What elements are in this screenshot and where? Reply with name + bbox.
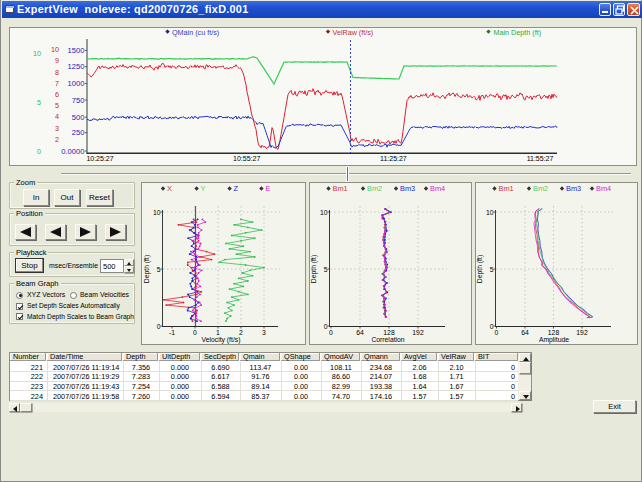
svg-text:VelRaw (ft/s): VelRaw (ft/s) [333,28,374,37]
svg-text:Correlation: Correlation [371,336,404,343]
svg-text:5: 5 [324,266,328,273]
svg-text:1500: 1500 [68,46,85,55]
svg-text:Z: Z [234,184,239,193]
svg-text:500: 500 [72,113,85,122]
svg-text:10:25:27: 10:25:27 [86,155,113,162]
svg-text:0: 0 [193,329,197,336]
svg-text:Amplitude: Amplitude [539,336,569,344]
svg-text:10: 10 [33,49,41,58]
svg-text:3: 3 [262,329,266,336]
svg-text:10:55:27: 10:55:27 [233,155,260,162]
svg-text:10: 10 [153,209,161,216]
svg-text:0: 0 [37,147,41,156]
svg-text:5: 5 [37,98,41,107]
svg-text:Velocity (ft/s): Velocity (ft/s) [202,336,241,344]
svg-text:0: 0 [490,323,494,330]
svg-text:2: 2 [55,135,59,144]
svg-text:8: 8 [55,68,59,77]
svg-text:10: 10 [486,209,494,216]
svg-text:0: 0 [495,329,499,336]
svg-text:3: 3 [55,124,59,133]
svg-text:0.0000: 0.0000 [61,147,84,156]
svg-text:Bm1: Bm1 [333,184,348,193]
svg-text:6: 6 [55,90,59,99]
svg-text:1250: 1250 [68,62,85,71]
svg-text:Bm3: Bm3 [400,184,415,193]
svg-text:5: 5 [55,101,59,110]
svg-text:9: 9 [55,56,59,65]
svg-text:E: E [265,184,270,193]
svg-text:QMain (cu ft/s): QMain (cu ft/s) [172,28,219,37]
svg-text:11:55:27: 11:55:27 [527,155,554,162]
svg-text:X: X [167,184,172,193]
svg-text:192: 192 [576,329,588,336]
svg-text:Bm4: Bm4 [596,184,611,193]
svg-text:Bm1: Bm1 [499,184,514,193]
svg-text:0: 0 [324,323,328,330]
svg-text:Depth (ft): Depth (ft) [476,255,484,283]
svg-text:Main Depth (ft): Main Depth (ft) [494,28,542,37]
svg-text:0: 0 [157,323,161,330]
svg-text:1000: 1000 [68,79,85,88]
svg-text:Depth (ft): Depth (ft) [310,255,318,283]
svg-text:11:25:27: 11:25:27 [380,155,407,162]
svg-text:4: 4 [55,112,59,121]
svg-text:5: 5 [490,266,494,273]
svg-text:64: 64 [521,329,529,336]
svg-text:7: 7 [55,79,59,88]
svg-text:Y: Y [201,184,206,193]
svg-text:Bm2: Bm2 [367,184,382,193]
svg-text:10: 10 [51,45,59,54]
svg-text:0: 0 [329,329,333,336]
svg-text:250: 250 [72,128,85,137]
svg-text:750: 750 [72,96,85,105]
svg-text:-1: -1 [169,329,175,336]
svg-text:5: 5 [157,266,161,273]
svg-text:Bm4: Bm4 [430,184,445,193]
svg-text:Depth (ft): Depth (ft) [143,255,151,283]
svg-text:Bm2: Bm2 [533,184,548,193]
svg-text:Bm3: Bm3 [566,184,581,193]
svg-text:10: 10 [320,209,328,216]
svg-text:64: 64 [356,329,364,336]
svg-text:192: 192 [412,329,424,336]
